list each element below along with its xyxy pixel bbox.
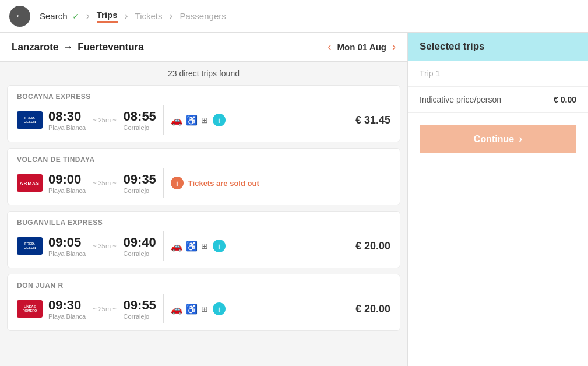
divider-3b — [233, 231, 233, 261]
car-icon-1: 🚗 — [171, 115, 182, 126]
depart-block-4: 09:30 Playa Blanca — [48, 298, 86, 320]
selected-trips-header: Selected trips — [408, 33, 588, 61]
arrive-block-3: 09:40 Corralejo — [124, 235, 156, 257]
info-button-3[interactable]: i — [213, 240, 226, 252]
trip-name-2: VOLCAN DE TINDAYA — [17, 156, 390, 164]
car-icon-4: 🚗 — [171, 304, 182, 315]
duration-1: ~ 25m ~ — [93, 117, 116, 124]
info-button-4[interactable]: i — [213, 302, 226, 315]
trip-logo-4: LÍNEASROMERO — [17, 300, 43, 318]
nav-steps: Search ✓ › Trips › Tickets › Passengers — [40, 10, 579, 23]
info-button-2[interactable]: i — [171, 177, 184, 189]
trip-card-3[interactable]: BUGANVILLA EXPRESS FRED.OLSEN 09:05 Play… — [7, 211, 400, 268]
search-step-label: Search — [40, 11, 68, 21]
arrive-time-2: 09:35 — [124, 172, 156, 187]
tickets-step-label: Tickets — [135, 11, 163, 21]
qr-icon-3: ⊞ — [201, 241, 208, 251]
price-value: € 0.00 — [554, 95, 576, 104]
trip-card-2[interactable]: VOLCAN DE TINDAYA ARMAS 09:00 Playa Blan… — [7, 148, 400, 205]
nav-step-passengers: Passengers — [180, 11, 226, 21]
continue-button[interactable]: Continue › — [420, 125, 576, 153]
selected-trips-title: Selected trips — [420, 41, 485, 52]
route-arrow-icon: → — [63, 41, 73, 53]
trip-logo-3: FRED.OLSEN — [17, 237, 43, 255]
next-date-button[interactable]: › — [392, 41, 396, 53]
accessible-icon-1: ♿ — [186, 115, 198, 126]
main-layout: Lanzarote → Fuerteventura ‹ Mon 01 Aug ›… — [0, 33, 588, 366]
trips-step-label: Trips — [97, 10, 118, 20]
nav-arrow-2: › — [125, 10, 128, 22]
route-header: Lanzarote → Fuerteventura ‹ Mon 01 Aug › — [0, 33, 407, 62]
trip-card-1[interactable]: BOCAYNA EXPRESS FRED.OLSEN 08:30 Playa B… — [7, 85, 400, 142]
info-button-1[interactable]: i — [213, 114, 226, 126]
price-1: € 31.45 — [355, 114, 390, 126]
divider-3 — [163, 231, 164, 261]
duration-4: ~ 25m ~ — [93, 305, 116, 312]
divider-1b — [233, 105, 233, 135]
accessible-icon-3: ♿ — [186, 241, 198, 252]
left-panel: Lanzarote → Fuerteventura ‹ Mon 01 Aug ›… — [0, 33, 407, 366]
trip-row-2: ARMAS 09:00 Playa Blanca ~ 35m ~ 09:35 C… — [17, 168, 390, 198]
accessible-icon-4: ♿ — [186, 304, 198, 315]
depart-location-1: Playa Blanca — [48, 124, 86, 131]
continue-label: Continue — [474, 134, 514, 145]
trip-row-1: FRED.OLSEN 08:30 Playa Blanca ~ 25m ~ 08… — [17, 105, 390, 135]
trip-icons-3: 🚗 ♿ ⊞ — [171, 241, 208, 252]
divider-4b — [233, 294, 233, 323]
arrive-block-2: 09:35 Corralejo — [124, 172, 156, 194]
price-3: € 20.00 — [355, 240, 390, 252]
price-label: Indicative price/person — [420, 95, 501, 104]
depart-location-4: Playa Blanca — [48, 313, 86, 320]
trip-1-label: Trip 1 — [408, 61, 588, 87]
search-check-icon: ✓ — [72, 12, 79, 21]
route-from: Lanzarote — [12, 41, 58, 53]
arrive-location-2: Corralejo — [124, 187, 156, 194]
nav-step-tickets: Tickets — [135, 11, 163, 21]
trip-logo-2: ARMAS — [17, 174, 43, 192]
trips-count: 23 direct trips found — [0, 62, 407, 85]
arrive-block-4: 09:55 Corralejo — [124, 298, 156, 320]
qr-icon-1: ⊞ — [201, 115, 208, 125]
depart-block-3: 09:05 Playa Blanca — [48, 235, 86, 257]
nav-step-trips[interactable]: Trips — [97, 10, 118, 23]
depart-time-2: 09:00 — [48, 172, 86, 187]
nav-step-search[interactable]: Search ✓ — [40, 11, 79, 21]
prev-date-button[interactable]: ‹ — [328, 41, 332, 53]
depart-time-4: 09:30 — [48, 298, 86, 313]
arrive-time-1: 08:55 — [124, 109, 156, 124]
active-underline — [97, 21, 118, 23]
divider-1 — [163, 105, 164, 135]
arrive-location-4: Corralejo — [124, 313, 156, 320]
depart-time-1: 08:30 — [48, 109, 86, 124]
divider-2 — [163, 168, 164, 198]
car-icon-3: 🚗 — [171, 241, 182, 252]
trip-icons-1: 🚗 ♿ ⊞ — [171, 115, 208, 126]
depart-location-3: Playa Blanca — [48, 250, 86, 257]
price-4: € 20.00 — [355, 303, 390, 315]
right-panel: Selected trips Trip 1 Indicative price/p… — [407, 33, 588, 366]
duration-2: ~ 35m ~ — [93, 180, 116, 186]
current-date: Mon 01 Aug — [337, 42, 386, 52]
route-to: Fuerteventura — [78, 41, 143, 53]
trip-row-3: FRED.OLSEN 09:05 Playa Blanca ~ 35m ~ 09… — [17, 231, 390, 261]
depart-location-2: Playa Blanca — [48, 187, 86, 194]
depart-time-3: 09:05 — [48, 235, 86, 250]
depart-block-1: 08:30 Playa Blanca — [48, 109, 86, 131]
trip-card-4[interactable]: DON JUAN R LÍNEASROMERO 09:30 Playa Blan… — [7, 274, 400, 331]
arrive-location-1: Corralejo — [124, 124, 156, 131]
continue-arrow-icon: › — [519, 133, 522, 145]
back-button[interactable]: ← — [9, 6, 30, 27]
trip-name-4: DON JUAN R — [17, 281, 390, 290]
arrive-location-3: Corralejo — [124, 250, 156, 257]
duration-3: ~ 35m ~ — [93, 242, 116, 249]
top-nav: ← Search ✓ › Trips › Tickets › P — [0, 0, 588, 33]
trip-name-1: BOCAYNA EXPRESS — [17, 93, 390, 101]
route-title: Lanzarote → Fuerteventura — [12, 41, 144, 53]
qr-icon-4: ⊞ — [201, 304, 208, 314]
passengers-step-label: Passengers — [180, 11, 226, 21]
depart-block-2: 09:00 Playa Blanca — [48, 172, 86, 194]
price-row: Indicative price/person € 0.00 — [408, 87, 588, 113]
arrive-time-4: 09:55 — [124, 298, 156, 313]
divider-4 — [163, 294, 164, 323]
trip-logo-1: FRED.OLSEN — [17, 111, 43, 129]
